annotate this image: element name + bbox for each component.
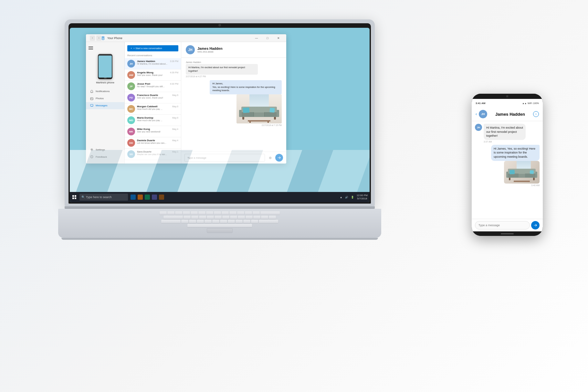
- key[interactable]: [253, 211, 260, 215]
- taskbar-icon-1[interactable]: [131, 195, 136, 200]
- phone-home-indicator: [501, 233, 514, 234]
- taskbar-icon-5[interactable]: [159, 195, 164, 200]
- touchpad[interactable]: [207, 228, 233, 233]
- key[interactable]: [212, 220, 219, 223]
- key[interactable]: [207, 216, 214, 219]
- conv-time-mc: May 6: [172, 105, 178, 108]
- key[interactable]: [206, 211, 213, 215]
- key[interactable]: [198, 211, 205, 215]
- key[interactable]: [237, 211, 244, 215]
- key-enter[interactable]: [259, 220, 278, 223]
- key-tab[interactable]: [163, 216, 183, 219]
- key[interactable]: [197, 220, 204, 223]
- conversation-item-daniela-duarte[interactable]: DD Daniela Duarte May 4 Let me know when…: [125, 137, 181, 149]
- key[interactable]: [183, 211, 190, 215]
- key[interactable]: [220, 220, 227, 223]
- key[interactable]: [229, 211, 236, 215]
- taskbar-search[interactable]: 🔍 Type here to search: [79, 194, 128, 201]
- key-space[interactable]: [187, 224, 252, 227]
- key[interactable]: [199, 216, 206, 219]
- conversation-item-francisco-duarte[interactable]: FD Francisco Duarte May 6 See you soon, …: [125, 92, 181, 103]
- chat-input-area: ⊕: [181, 152, 286, 164]
- start-button[interactable]: [70, 192, 79, 202]
- conversation-item-maria-dunlop[interactable]: MD Maria Dunlop May 6 How much did you p…: [125, 115, 181, 126]
- key-wide[interactable]: [260, 211, 280, 215]
- sidebar-item-feedback[interactable]: Feedback: [86, 153, 124, 160]
- key[interactable]: [191, 216, 198, 219]
- key[interactable]: [251, 220, 258, 223]
- sidebar-item-notifications[interactable]: Notifications: [86, 88, 124, 95]
- nav-back-btn[interactable]: ‹: [90, 36, 95, 41]
- laptop-keyboard: [58, 209, 381, 238]
- key[interactable]: [228, 220, 235, 223]
- key[interactable]: [236, 220, 243, 223]
- key[interactable]: [261, 216, 268, 219]
- conv-content-jesse-peel: Jesse Peel 4:00 PM No way! I thought you…: [137, 82, 178, 88]
- maximize-btn[interactable]: □: [262, 35, 273, 42]
- key[interactable]: [245, 211, 252, 215]
- key[interactable]: [246, 216, 253, 219]
- key[interactable]: [238, 216, 245, 219]
- key[interactable]: [181, 220, 188, 223]
- attach-button[interactable]: ⊕: [267, 154, 273, 161]
- conv-content-sd: Sara Duarte May 1 Maybe we can play it b…: [137, 150, 178, 155]
- key[interactable]: [230, 216, 237, 219]
- chat-contact-phone: 555-454-8666: [197, 50, 223, 53]
- avatar-daniela-duarte: DD: [127, 139, 135, 147]
- key[interactable]: [205, 220, 212, 223]
- phone-thumbnail: [98, 54, 112, 79]
- taskbar-icon-3[interactable]: [145, 195, 150, 200]
- conversation-item-morgan-caldwell[interactable]: MC Morgan Caldwell May 6 How much did yo…: [125, 103, 181, 115]
- taskbar-icon-4[interactable]: [152, 195, 157, 200]
- key-caps[interactable]: [161, 220, 181, 223]
- back-icon[interactable]: ‹: [476, 112, 477, 116]
- taskbar-icon-2[interactable]: [138, 195, 143, 200]
- svg-rect-11: [75, 197, 76, 199]
- chat-messages: James Hadden Hi Martina, I'm excited abo…: [181, 58, 286, 152]
- message-time-1: 2/27/2018 at 4:27 PM: [186, 75, 206, 78]
- key[interactable]: [269, 216, 276, 219]
- window-nav: ‹ ›: [90, 36, 101, 41]
- info-icon[interactable]: i: [533, 111, 539, 117]
- key[interactable]: [243, 220, 250, 223]
- key[interactable]: [222, 211, 229, 215]
- phone-send-button[interactable]: [531, 221, 540, 229]
- sidebar-item-messages[interactable]: Messages: [86, 102, 124, 109]
- phone-message-input[interactable]: [475, 221, 530, 229]
- key[interactable]: [167, 211, 174, 215]
- conv-content-angela-wong: Angela Wong 4:09 PM See you soon, thank …: [137, 71, 178, 76]
- key[interactable]: [215, 216, 222, 219]
- nav-forward-btn[interactable]: ›: [96, 36, 101, 41]
- new-conversation-button[interactable]: + + Start a new conversation: [127, 45, 178, 51]
- key[interactable]: [191, 211, 198, 215]
- conversation-item-jesse-peel[interactable]: JP Jesse Peel 4:00 PM No way! I thought …: [125, 81, 181, 92]
- minimize-btn[interactable]: —: [251, 35, 262, 42]
- phone-screen-mini: [99, 56, 112, 78]
- phone-msg-time-1: 3:37 AM: [484, 141, 540, 143]
- conv-header-sd: Sara Duarte May 1: [137, 150, 178, 153]
- message-input[interactable]: [184, 154, 265, 162]
- close-btn[interactable]: ✕: [273, 35, 284, 42]
- key[interactable]: [184, 216, 191, 219]
- send-button[interactable]: [275, 154, 283, 162]
- conversation-item-sara-duarte[interactable]: SD Sara Duarte May 1 Maybe we can play i…: [125, 149, 181, 160]
- conversation-item-james-hadden[interactable]: JH James Hadden 3:28 PM Hi Martina, I'm …: [125, 58, 181, 69]
- new-conversation-plus: +: [131, 47, 132, 50]
- phone-device: 3:41 AM ▲▲ WiFi 100% ‹ JH James Hadden i…: [472, 94, 543, 236]
- key[interactable]: [253, 216, 260, 219]
- key[interactable]: [214, 211, 221, 215]
- key[interactable]: [160, 211, 167, 215]
- chat-panel: JH James Hadden 555-454-8666 J: [181, 42, 286, 164]
- conv-time-sd: May 1: [172, 151, 178, 153]
- sidebar-item-photos[interactable]: Photos: [86, 95, 124, 102]
- hamburger-menu[interactable]: [86, 45, 124, 51]
- conversation-item-mike-kong[interactable]: MK Mike Kong May 4 See you next weekend!: [125, 126, 181, 137]
- key[interactable]: [175, 211, 182, 215]
- conv-header: James Hadden 3:28 PM: [137, 60, 178, 63]
- avatar-jesse-peel: JP: [127, 82, 135, 90]
- conversation-item-angela-wong[interactable]: AW Angela Wong 4:09 PM See you soon, tha…: [125, 69, 181, 81]
- key[interactable]: [222, 216, 229, 219]
- key[interactable]: [189, 220, 196, 223]
- conv-header-jp: Jesse Peel 4:00 PM: [137, 82, 178, 85]
- sidebar-item-settings[interactable]: Settings: [86, 146, 124, 153]
